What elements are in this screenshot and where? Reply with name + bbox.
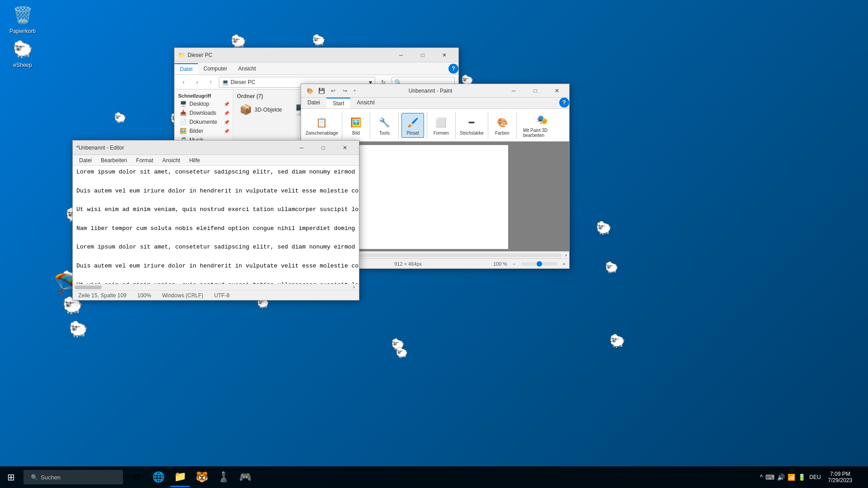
- taskbar-app3[interactable]: 🎮: [235, 467, 255, 487]
- taskbar-task-view[interactable]: ⧉: [127, 467, 146, 487]
- editor-line: Lorem ipsum dolor sit amet, consetetur s…: [76, 243, 355, 252]
- taskbar-clock[interactable]: 7:09 PM 7/29/2023: [825, 471, 856, 483]
- menu-format[interactable]: Format: [132, 156, 158, 164]
- paint-tool-pinsel[interactable]: 🖌️ Pinsel: [401, 113, 424, 138]
- taskbar-app1[interactable]: 🐯: [192, 467, 212, 487]
- sidebar-item-desktop[interactable]: 🖥️ Desktop 📌: [175, 99, 233, 108]
- explorer-minimize-btn[interactable]: ─: [391, 48, 411, 62]
- nav-up-btn[interactable]: ↑: [205, 77, 216, 88]
- paint-undo-btn[interactable]: ↩: [328, 86, 338, 96]
- sheep-decoration: 🐑: [391, 338, 405, 351]
- paint-close-btn[interactable]: ✕: [547, 84, 567, 98]
- sidebar-item-dokumente[interactable]: 📄 Dokumente 📌: [175, 117, 233, 127]
- paint-tool-3d[interactable]: 🎭 Mit Paint 3D bearbeiten: [519, 111, 566, 140]
- paint-zoom-plus-btn[interactable]: +: [563, 261, 566, 267]
- tray-keyboard[interactable]: ⌨: [765, 474, 774, 481]
- bild-icon: 🖼️: [349, 115, 363, 130]
- start-button[interactable]: ⊞: [0, 466, 22, 488]
- paint-zoom-minus-btn[interactable]: −: [513, 261, 515, 267]
- explorer-tab-datei[interactable]: Datei: [175, 63, 198, 74]
- explorer-sidebar: Schnellzugriff 🖥️ Desktop 📌 📥 Downloads …: [175, 89, 233, 142]
- paint-sep5: [455, 112, 456, 139]
- paint-sep6: [488, 112, 488, 139]
- editor-close-btn[interactable]: ✕: [335, 141, 355, 155]
- 3d-icon: 🎭: [535, 113, 550, 127]
- menu-hilfe[interactable]: Hilfe: [184, 156, 204, 164]
- editor-hscroll[interactable]: ›: [73, 284, 359, 290]
- search-label: Suchen: [41, 474, 61, 481]
- paint-sep7: [516, 112, 517, 139]
- formen-icon: ⬜: [434, 115, 448, 130]
- taskbar-search[interactable]: 🔍 Suchen: [24, 470, 123, 484]
- editor-menubar: Datei Bearbeiten Format Ansicht Hilfe: [73, 155, 359, 166]
- menu-ansicht[interactable]: Ansicht: [158, 156, 184, 164]
- tray-network[interactable]: 📶: [788, 474, 795, 481]
- menu-datei[interactable]: Datei: [75, 156, 96, 164]
- tray-battery: 🔋: [798, 474, 806, 481]
- sheep-decoration: 🐑: [69, 320, 88, 338]
- nav-forward-btn[interactable]: ›: [192, 77, 203, 88]
- pin-icon: 📌: [224, 111, 229, 116]
- paint-redo-btn[interactable]: ↪: [340, 86, 350, 96]
- paint-save-btn[interactable]: 💾: [316, 86, 326, 96]
- sidebar-item-downloads[interactable]: 📥 Downloads 📌: [175, 108, 233, 117]
- hscroll-right-btn[interactable]: ›: [349, 284, 359, 291]
- desktop-icon-esheep[interactable]: 🐑 eSheep: [5, 38, 41, 68]
- paint-sep2: [370, 112, 370, 139]
- zoom-slider[interactable]: [521, 262, 557, 266]
- keyboard-layout[interactable]: DEU: [809, 474, 821, 480]
- taskbar-explorer[interactable]: 📁: [170, 467, 190, 487]
- paint-tab-ansicht[interactable]: Ansicht: [350, 98, 381, 108]
- paint-tab-start[interactable]: Start: [326, 98, 350, 108]
- quick-access-header: Schnellzugriff: [175, 91, 233, 99]
- editor-minimize-btn[interactable]: ─: [291, 141, 312, 155]
- editor-line: [76, 234, 355, 243]
- editor-line: [76, 196, 355, 205]
- editor-line: [76, 271, 355, 281]
- editor-window: *Unbenannt - Editor ─ □ ✕ Datei Bearbeit…: [72, 140, 359, 300]
- paint-maximize-btn[interactable]: □: [525, 84, 546, 98]
- paint-help-btn[interactable]: ?: [559, 98, 569, 108]
- paint-tool-strichstaerke[interactable]: ━ Strichstärke: [458, 113, 486, 137]
- paint-tool-bild[interactable]: 🖼️ Bild: [344, 113, 367, 137]
- strichstaerke-label: Strichstärke: [460, 131, 484, 136]
- editor-text-area[interactable]: Lorem ipsum dolor sit amet, consetetur s…: [73, 166, 359, 284]
- sidebar-item-bilder[interactable]: 🖼️ Bilder 📌: [175, 127, 233, 136]
- editor-eol: Windows (CRLF): [162, 292, 203, 299]
- sheep-decoration: 🐑: [312, 34, 326, 47]
- paint-ribbon-tabs: Datei Start Ansicht ?: [301, 98, 569, 109]
- editor-maximize-btn[interactable]: □: [313, 141, 334, 155]
- scroll-right-btn[interactable]: ›: [563, 252, 569, 258]
- paint-sep1: [342, 112, 342, 139]
- folder-3dobjekte[interactable]: 📦 3D-Objekte: [237, 102, 290, 117]
- app2-icon: ♟️: [217, 471, 230, 483]
- paint-tool-formen[interactable]: ⬜ Formen: [430, 113, 453, 137]
- paint-tool-farben[interactable]: 🎨 Farben: [491, 113, 514, 137]
- paint-tool-zwischenablage[interactable]: 📋 Zwischenablage: [305, 113, 339, 137]
- tray-chevron[interactable]: ^: [760, 474, 763, 481]
- address-path: Dieser PC: [231, 79, 255, 85]
- menu-bearbeiten[interactable]: Bearbeiten: [96, 156, 132, 164]
- paint-quick-access: 🎨 💾 ↩ ↪ ▾: [303, 86, 358, 96]
- address-icon: 💻: [222, 79, 229, 85]
- pin-icon: 📌: [224, 102, 229, 107]
- sheep-decoration: 🐑: [609, 333, 625, 348]
- taskbar-app2[interactable]: ♟️: [213, 467, 233, 487]
- paint-tab-datei[interactable]: Datei: [301, 98, 326, 108]
- paint-qa-customize[interactable]: ▾: [354, 88, 356, 93]
- explorer-maximize-btn[interactable]: □: [412, 48, 433, 62]
- desktop-icon-esheep-label: eSheep: [13, 62, 32, 68]
- paint-tool-tools[interactable]: 🔧 Tools: [373, 113, 396, 137]
- desktop-icon-papierkorb[interactable]: 🗑️ Papierkorb: [5, 5, 41, 34]
- nav-back-btn[interactable]: ‹: [178, 77, 189, 88]
- explorer-close-btn[interactable]: ✕: [434, 48, 455, 62]
- taskbar-edge[interactable]: 🌐: [148, 467, 168, 487]
- editor-titlebar: *Unbenannt - Editor ─ □ ✕: [73, 141, 359, 155]
- explorer-title-text: Dieser PC: [188, 52, 212, 58]
- editor-zoom: 100%: [137, 292, 151, 299]
- explorer-tab-ansicht[interactable]: Ansicht: [233, 64, 261, 74]
- explorer-help-btn[interactable]: ?: [448, 64, 458, 74]
- tray-volume[interactable]: 🔊: [777, 474, 785, 481]
- paint-minimize-btn[interactable]: ─: [503, 84, 524, 98]
- explorer-tab-computer[interactable]: Computer: [198, 64, 233, 74]
